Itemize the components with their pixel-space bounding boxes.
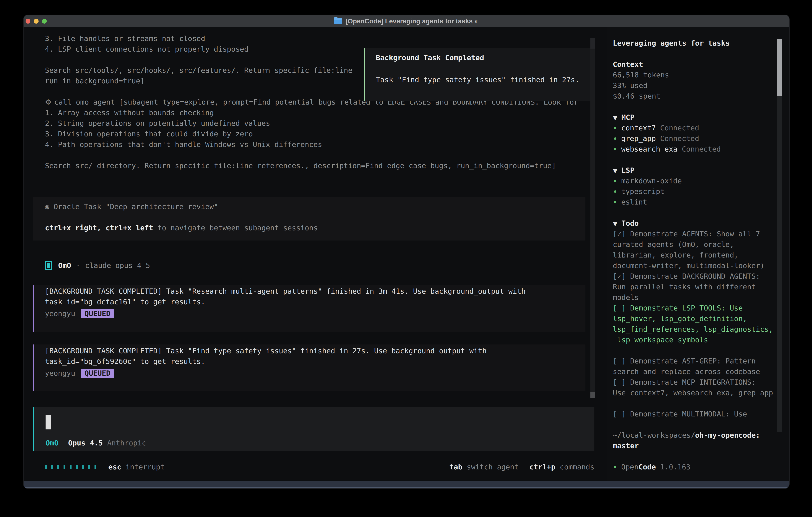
chat-line: 3. File handles or streams not closed bbox=[45, 33, 589, 44]
notification-title: Background Task Completed bbox=[376, 54, 484, 62]
context-heading: Context bbox=[613, 59, 773, 70]
queued-status-badge: QUEUED bbox=[81, 369, 114, 378]
switch-agent-shortcut: tab switch agent bbox=[450, 463, 519, 471]
close-window-button[interactable] bbox=[26, 19, 30, 24]
lsp-item: typescript bbox=[613, 186, 773, 197]
status-dot-icon bbox=[614, 148, 616, 151]
session-sidebar: Leveraging agents for tasks Context 66,5… bbox=[607, 27, 789, 481]
chat-line: 4. Path operations that don't handle Win… bbox=[45, 139, 589, 150]
todo-item-line-active: lsp_workspace_symbols bbox=[613, 334, 773, 345]
mcp-item: websearch_exa Connected bbox=[613, 144, 773, 154]
task-message-line: task_id="bg_6f59260c" to get results. bbox=[45, 357, 205, 365]
context-tokens: 66,518 tokens bbox=[613, 70, 773, 80]
background-task-message: [BACKGROUND TASK COMPLETED] Task "Find t… bbox=[33, 345, 585, 391]
sidebar-scrollbar-thumb[interactable] bbox=[777, 39, 782, 96]
status-dot-icon bbox=[614, 127, 616, 129]
mcp-item: grep_app Connected bbox=[613, 133, 773, 144]
opencode-terminal-window: [OpenCode] Leveraging agents for tasks ◐… bbox=[24, 15, 789, 488]
agent-square-icon bbox=[45, 261, 52, 270]
todo-section-header[interactable]: ▼Todo bbox=[613, 218, 773, 228]
session-title: Leveraging agents for tasks bbox=[613, 38, 773, 48]
todo-item-line: curated agents (OmO, oracle, bbox=[613, 239, 773, 250]
chevron-down-icon: ▼ bbox=[613, 167, 617, 174]
chevron-down-icon: ▼ bbox=[613, 114, 617, 121]
todo-item-line: [ ] Demonstrate AST-GREP: Pattern bbox=[613, 356, 773, 366]
terminal-body: 3. File handles or streams not closed 4.… bbox=[24, 27, 789, 481]
todo-item-line: [ ] Demonstrate MULTIMODAL: Use bbox=[613, 409, 773, 419]
lsp-item: markdown-oxide bbox=[613, 175, 773, 186]
context-spent: $0.46 spent bbox=[613, 91, 773, 101]
input-model-name: Opus 4.5 bbox=[68, 439, 103, 447]
git-branch: master bbox=[613, 440, 773, 451]
input-agent-info: OmO Opus 4.5 Anthropic bbox=[46, 438, 146, 448]
window-controls bbox=[26, 15, 47, 27]
todo-item-line-active: lsp_hover, lsp_goto_definition, bbox=[613, 313, 773, 324]
mcp-item: context7 Connected bbox=[613, 123, 773, 133]
oracle-task-title: Oracle Task "Deep architecture review" bbox=[49, 202, 218, 211]
window-bottom-edge bbox=[24, 481, 789, 488]
background-task-message: [BACKGROUND TASK COMPLETED] Task "Resear… bbox=[33, 285, 585, 332]
todo-item-line: Run parallel tasks with different bbox=[613, 281, 773, 292]
chat-line: 3. Division operations that could divide… bbox=[45, 129, 589, 139]
todo-item-line: [✓] Demonstrate BACKGROUND AGENTS: bbox=[613, 271, 773, 281]
status-dot-icon bbox=[614, 137, 616, 140]
chat-line: Search src/ directory. Return specific f… bbox=[45, 160, 589, 171]
working-spinner bbox=[45, 465, 96, 469]
todo-item-line: [ ] Demonstrate MCP INTEGRATIONS: bbox=[613, 377, 773, 387]
minimize-window-button[interactable] bbox=[34, 19, 38, 24]
fisheye-icon: ◉ bbox=[45, 202, 49, 211]
task-message-line: [BACKGROUND TASK COMPLETED] Task "Find t… bbox=[45, 347, 487, 355]
todo-item-line: [✓] Demonstrate AGENTS: Show all 7 bbox=[613, 228, 773, 239]
subagent-navigation-hint: ctrl+x right, ctrl+x left to navigate be… bbox=[45, 224, 318, 232]
todo-item-line-active: [ ] Demonstrate LSP TOOLS: Use bbox=[613, 303, 773, 313]
status-dot-icon bbox=[614, 190, 616, 193]
chat-area: 3. File handles or streams not closed 4.… bbox=[24, 27, 607, 481]
lsp-item: eslint bbox=[613, 197, 773, 207]
folder-icon bbox=[334, 18, 342, 24]
chat-scrollbar-thumb[interactable] bbox=[590, 392, 595, 398]
task-message-line: [BACKGROUND TASK COMPLETED] Task "Resear… bbox=[45, 287, 526, 295]
chat-scrollbar[interactable] bbox=[590, 38, 595, 398]
oracle-task-panel: ◉ Oracle Task "Deep architecture review"… bbox=[33, 197, 585, 241]
task-author: yeongyu bbox=[45, 309, 75, 318]
chevron-down-icon: ▼ bbox=[613, 220, 617, 227]
background-task-notification: Background Task Completed Task "Find typ… bbox=[364, 48, 594, 101]
notification-body: Task "Find type safety issues" finished … bbox=[376, 76, 579, 84]
sidebar-scrollbar[interactable] bbox=[777, 39, 782, 432]
todo-item-line: search and replace across codebase bbox=[613, 366, 773, 377]
mcp-section-header[interactable]: ▼MCP bbox=[613, 112, 773, 123]
interrupt-shortcut: esc interrupt bbox=[108, 463, 165, 471]
text-cursor bbox=[46, 415, 51, 430]
chat-blank-line bbox=[45, 150, 589, 160]
status-bar: esc interrupt tab switch agent ctrl+p co… bbox=[45, 462, 594, 472]
workspace-path: ~/local-workspaces/oh-my-opencode: bbox=[613, 430, 773, 440]
queued-status-badge: QUEUED bbox=[81, 309, 114, 318]
window-title: [OpenCode] Leveraging agents for tasks ◐ bbox=[345, 18, 478, 25]
title-bar[interactable]: [OpenCode] Leveraging agents for tasks ◐ bbox=[24, 15, 789, 27]
todo-item-line: Use context7, websearch_exa, grep_app bbox=[613, 387, 773, 398]
commands-shortcut: ctrl+p commands bbox=[529, 463, 594, 471]
agent-model: claude-opus-4-5 bbox=[85, 261, 150, 270]
agent-name: OmO bbox=[58, 261, 71, 270]
separator-dot: · bbox=[76, 261, 80, 270]
gear-icon: ⚙ bbox=[45, 98, 51, 106]
prompt-input[interactable]: OmO Opus 4.5 Anthropic bbox=[33, 407, 594, 451]
agent-session-header: OmO · claude-opus-4-5 bbox=[45, 260, 150, 271]
zoom-window-button[interactable] bbox=[42, 19, 47, 24]
todo-item-line-active: lsp_find_references, lsp_diagnostics, bbox=[613, 324, 773, 334]
input-agent-name: OmO bbox=[46, 439, 59, 447]
opencode-version: OpenCode 1.0.163 bbox=[613, 462, 773, 472]
status-dot-icon bbox=[614, 466, 616, 468]
task-author: yeongyu bbox=[45, 369, 75, 377]
lsp-section-header[interactable]: ▼LSP bbox=[613, 165, 773, 175]
task-message-line: task_id="bg_dcfac161" to get results. bbox=[45, 298, 205, 306]
status-dot-icon bbox=[614, 201, 616, 203]
todo-item-line: librarian, explore, frontend, bbox=[613, 250, 773, 260]
context-used: 33% used bbox=[613, 80, 773, 91]
input-provider-name: Anthropic bbox=[107, 439, 146, 447]
status-dot-icon bbox=[614, 180, 616, 182]
chat-line: 2. String operations on potentially unde… bbox=[45, 118, 589, 129]
shortcut-keys: ctrl+x right, ctrl+x left bbox=[45, 224, 153, 232]
todo-item-line: models bbox=[613, 292, 773, 303]
chat-line: 1. Array access without bounds checking bbox=[45, 107, 589, 118]
